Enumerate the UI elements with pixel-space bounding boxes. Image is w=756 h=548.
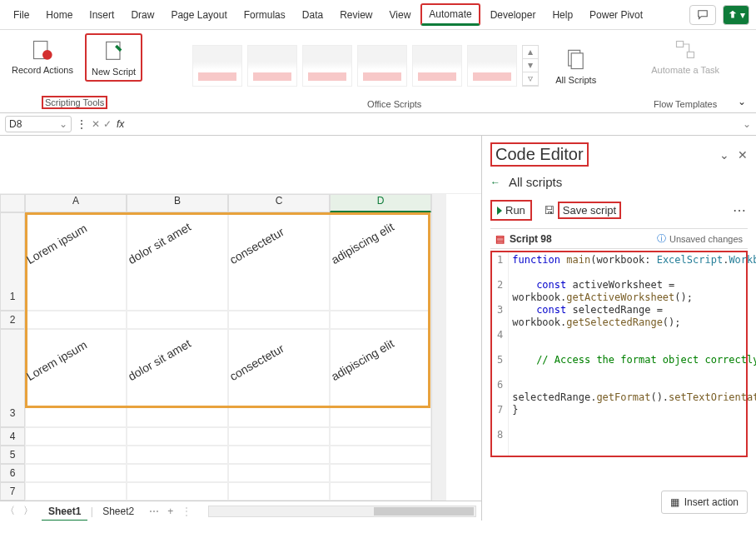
unsaved-indicator: ⓘ Unsaved changes bbox=[657, 232, 743, 245]
flow-icon bbox=[672, 37, 699, 63]
select-all-corner[interactable] bbox=[0, 194, 25, 212]
sheet-nav-next[interactable]: 〉 bbox=[23, 504, 33, 518]
accept-icon[interactable]: ✓ bbox=[103, 118, 112, 130]
pane-more-button[interactable]: ⋯ bbox=[733, 202, 748, 218]
play-icon bbox=[497, 207, 502, 215]
row-header-1[interactable]: 1 bbox=[0, 212, 25, 311]
tab-insert[interactable]: Insert bbox=[82, 6, 121, 24]
cell-B3[interactable]: dolor sit amet bbox=[127, 329, 228, 427]
code-editor-pane: Code Editor ⌄ ✕ ← All scripts Run 🖫 Save… bbox=[481, 136, 756, 521]
tab-home[interactable]: Home bbox=[39, 6, 79, 24]
save-icon: 🖫 bbox=[544, 204, 555, 217]
formula-cancel-accept: ✕✓ bbox=[92, 118, 112, 130]
row-header-2[interactable]: 2 bbox=[0, 311, 25, 329]
cell-B6[interactable] bbox=[127, 464, 228, 482]
cell-text: dolor sit amet bbox=[126, 205, 219, 267]
tab-data[interactable]: Data bbox=[296, 6, 330, 24]
save-script-button[interactable]: Save script bbox=[558, 202, 621, 219]
cell-text: Lorem ipsum bbox=[24, 321, 117, 383]
cell-C6[interactable] bbox=[228, 464, 330, 482]
pane-close-button[interactable]: ✕ bbox=[738, 148, 748, 162]
fx-icon[interactable]: fx bbox=[117, 118, 124, 130]
pane-collapse-button[interactable]: ⌄ bbox=[719, 148, 729, 162]
gallery-nav[interactable]: ▴▾▿ bbox=[522, 45, 539, 87]
cell-A1[interactable]: Lorem ipsum bbox=[25, 212, 127, 311]
new-script-button[interactable]: New Script bbox=[85, 33, 142, 82]
comments-button[interactable] bbox=[689, 5, 716, 25]
all-scripts-button[interactable]: All Scripts bbox=[550, 43, 601, 88]
ribbon: Record Actions New Script Scripting Tool… bbox=[0, 30, 756, 113]
cell-C4[interactable] bbox=[228, 427, 330, 446]
tab-view[interactable]: View bbox=[383, 6, 418, 24]
tab-file[interactable]: File bbox=[7, 6, 36, 24]
script-name[interactable]: ▤ Script 98 bbox=[495, 233, 552, 245]
row-header-5[interactable]: 5 bbox=[0, 446, 25, 464]
run-button[interactable]: Run bbox=[490, 200, 532, 221]
sheet-tab-sheet2[interactable]: Sheet2 bbox=[96, 503, 141, 520]
cell-B5[interactable] bbox=[127, 446, 228, 464]
cell-D4[interactable] bbox=[330, 427, 431, 446]
cell-text: adipiscing elit bbox=[329, 321, 422, 383]
record-actions-button[interactable]: Record Actions bbox=[7, 33, 78, 78]
scripting-tools-group: Record Actions New Script Scripting Tool… bbox=[7, 33, 142, 111]
cell-A6[interactable] bbox=[25, 464, 127, 482]
cell-C5[interactable] bbox=[228, 446, 330, 464]
name-box[interactable]: D8⌄ bbox=[5, 116, 72, 132]
cell-C7[interactable] bbox=[228, 482, 330, 501]
script-gallery[interactable]: ▴▾▿ bbox=[187, 40, 544, 92]
ribbon-tabs: FileHomeInsertDrawPage LayoutFormulasDat… bbox=[0, 0, 756, 30]
row-header-3[interactable]: 3 bbox=[0, 329, 25, 427]
expand-formula-bar[interactable]: ⌄ bbox=[743, 118, 751, 130]
flow-templates-label: Flow Templates bbox=[654, 99, 717, 109]
collapse-ribbon-button[interactable]: ⌄ bbox=[734, 92, 749, 111]
cancel-icon[interactable]: ✕ bbox=[92, 118, 100, 130]
row-header-6[interactable]: 6 bbox=[0, 464, 25, 482]
office-scripts-label: Office Scripts bbox=[367, 99, 421, 109]
cell-D7[interactable] bbox=[330, 482, 431, 501]
sheet-add[interactable]: + bbox=[167, 506, 173, 517]
cell-B4[interactable] bbox=[127, 427, 228, 446]
record-icon bbox=[29, 37, 56, 63]
cell-C3[interactable]: consectetur bbox=[228, 329, 330, 427]
tab-review[interactable]: Review bbox=[333, 6, 379, 24]
row-header-7[interactable]: 7 bbox=[0, 482, 25, 501]
tab-automate[interactable]: Automate bbox=[420, 3, 480, 26]
tab-power-pivot[interactable]: Power Pivot bbox=[583, 6, 649, 24]
new-script-icon bbox=[101, 38, 127, 65]
row-header-4[interactable]: 4 bbox=[0, 427, 25, 446]
insert-action-button[interactable]: ▦ Insert action bbox=[661, 491, 748, 514]
horizontal-scrollbar[interactable] bbox=[208, 506, 476, 517]
cell-C1[interactable]: consectetur bbox=[228, 212, 330, 311]
tab-formulas[interactable]: Formulas bbox=[237, 6, 292, 24]
share-button[interactable]: ▾ bbox=[723, 5, 749, 25]
tab-developer[interactable]: Developer bbox=[484, 6, 543, 24]
cell-D5[interactable] bbox=[330, 446, 431, 464]
cell-A3[interactable]: Lorem ipsum bbox=[25, 329, 127, 427]
cell-D3[interactable]: adipiscing elit bbox=[330, 329, 431, 427]
cell-A4[interactable] bbox=[25, 427, 127, 446]
tab-page-layout[interactable]: Page Layout bbox=[164, 6, 233, 24]
scripting-tools-label: Scripting Tools bbox=[42, 96, 107, 109]
cell-D6[interactable] bbox=[330, 464, 431, 482]
cell-A5[interactable] bbox=[25, 446, 127, 464]
cell-A7[interactable] bbox=[25, 482, 127, 501]
sheet-more[interactable]: ⋯ bbox=[149, 506, 159, 517]
svg-rect-5 bbox=[677, 42, 684, 47]
sheet-tab-sheet1[interactable]: Sheet1 bbox=[42, 503, 87, 521]
sheet-nav-prev[interactable]: 〈 bbox=[5, 504, 15, 518]
cell-text: adipiscing elit bbox=[329, 205, 422, 267]
scripts-icon bbox=[563, 47, 589, 73]
sheet-area: ABCD 1Lorem ipsumdolor sit ametconsectet… bbox=[0, 136, 481, 521]
cell-text: consectetur bbox=[227, 205, 321, 267]
code-editor[interactable]: 12345678 function main(workbook: ExcelSc… bbox=[490, 251, 748, 457]
cell-B7[interactable] bbox=[127, 482, 228, 501]
cell-B1[interactable]: dolor sit amet bbox=[127, 212, 228, 311]
cell-D1[interactable]: adipiscing elit bbox=[330, 212, 431, 311]
svg-rect-4 bbox=[571, 52, 583, 68]
automate-task-button: Automate a Task bbox=[646, 33, 724, 78]
pane-title: Code Editor bbox=[490, 142, 589, 167]
vertical-scrollbar[interactable] bbox=[431, 194, 446, 501]
all-scripts-link[interactable]: ← All scripts bbox=[490, 175, 748, 189]
tab-help[interactable]: Help bbox=[545, 6, 579, 24]
tab-draw[interactable]: Draw bbox=[124, 6, 161, 24]
